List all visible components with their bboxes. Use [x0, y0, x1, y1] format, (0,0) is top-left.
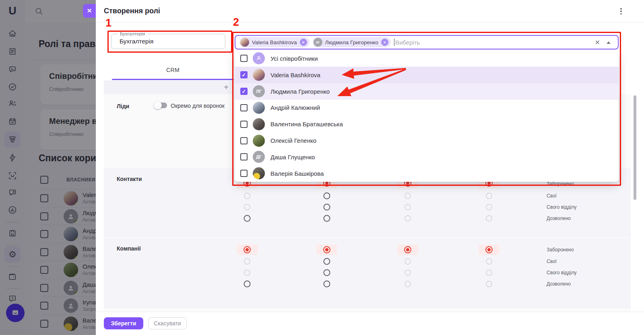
members-multiselect[interactable]: Valeria Bashkirova ✕ лг Людмила Григорен… — [235, 35, 619, 49]
chip-remove-icon[interactable]: ✕ — [300, 39, 307, 46]
annotation-number-1: 1 — [105, 17, 111, 29]
selected-member-chip[interactable]: Valeria Bashkirova ✕ — [239, 37, 310, 47]
collapse-caret-icon[interactable] — [607, 41, 611, 44]
annotation-number-2: 2 — [233, 16, 239, 29]
role-name-value: Бухгалтерія — [120, 38, 153, 45]
dropdown-option[interactable]: Валентина Браташевська — [235, 116, 619, 132]
radio-own[interactable] — [244, 193, 250, 199]
select-placeholder: Виберіть — [395, 39, 420, 46]
radio-allowed[interactable] — [486, 215, 492, 222]
radio-allowed[interactable] — [324, 215, 330, 222]
perm-label-forbidden: Заборонено — [547, 181, 574, 187]
add-funnel-button[interactable]: + — [224, 83, 229, 92]
avatar: лг — [314, 38, 322, 47]
dropdown-option[interactable]: Андрій Калюжний — [235, 100, 619, 116]
dropdown-option[interactable]: ДГ Даша Глущенко — [235, 149, 619, 165]
option-label: Людмила Григоренко — [270, 88, 330, 95]
group-avatar-icon — [253, 52, 265, 64]
radio-department[interactable] — [324, 269, 330, 276]
active-tab-indicator — [112, 79, 234, 80]
option-checkbox[interactable] — [240, 137, 248, 144]
modal-header: Створення ролі — [96, 0, 644, 23]
radio-own[interactable] — [244, 258, 250, 265]
role-name-label: Бухгалтерія — [118, 31, 147, 36]
radio-department[interactable] — [324, 204, 330, 211]
dropdown-option[interactable]: Олексій Гепенко — [235, 132, 619, 149]
radio-department[interactable] — [244, 269, 250, 276]
radio-forbidden[interactable] — [244, 246, 251, 253]
radio-department[interactable] — [486, 204, 492, 210]
perm-label-own: Свої — [547, 193, 557, 199]
option-label: Валерія Башкірова — [270, 170, 324, 177]
section-label-leads: Ліди — [117, 103, 129, 109]
radio-forbidden[interactable] — [485, 246, 493, 253]
section-spacer — [104, 308, 631, 312]
funnels-toggle-label: Окремо для воронок — [171, 103, 225, 109]
modal-close-button[interactable]: ✕ — [83, 4, 96, 18]
initials-avatar: ЛГ — [253, 85, 265, 97]
dropdown-option[interactable]: Валерія Башкірова — [235, 165, 619, 182]
dropdown-option-selected[interactable]: ✓ Valeria Bashkirova — [235, 67, 619, 83]
perm-label-department: Свого відділу — [547, 270, 576, 275]
tab-crm[interactable]: CRM — [112, 67, 234, 73]
chip-remove-icon[interactable]: ✕ — [381, 39, 388, 46]
save-button[interactable]: Зберегти — [104, 317, 143, 329]
avatar — [253, 69, 265, 81]
selected-member-chip[interactable]: лг Людмила Григоренко ✕ — [313, 37, 391, 47]
radio-allowed[interactable] — [405, 281, 411, 287]
dropdown-option-selected[interactable]: ✓ ЛГ Людмила Григоренко — [235, 83, 619, 100]
option-label: Андрій Калюжний — [270, 104, 320, 111]
radio-allowed[interactable] — [244, 281, 251, 288]
toggle-knob — [154, 101, 162, 109]
perm-label-allowed: Дозволено — [547, 281, 571, 287]
option-checkbox[interactable] — [240, 153, 248, 160]
text-cursor — [394, 39, 394, 46]
option-checkbox[interactable] — [240, 104, 248, 111]
perm-label-own: Свої — [547, 259, 557, 264]
role-name-field[interactable]: Бухгалтерія Бухгалтерія — [111, 34, 225, 49]
radio-allowed[interactable] — [486, 281, 492, 287]
radio-own[interactable] — [324, 193, 330, 199]
option-checkbox[interactable] — [240, 55, 248, 62]
option-checkbox-checked[interactable]: ✓ — [240, 88, 248, 95]
radio-department[interactable] — [244, 204, 250, 210]
radio-own[interactable] — [405, 193, 411, 199]
create-role-modal: Створення ролі Бухгалтерія Бухгалтерія C… — [96, 0, 644, 335]
radio-forbidden[interactable] — [323, 246, 330, 253]
app-root: U ⚙ ? Ролі та права — [0, 0, 644, 335]
chip-label: Valeria Bashkirova — [252, 39, 297, 45]
radio-department[interactable] — [405, 269, 411, 276]
radio-forbidden[interactable] — [404, 246, 411, 253]
option-label: Даша Глущенко — [270, 154, 315, 160]
radio-own[interactable] — [405, 258, 411, 265]
modal-title: Створення ролі — [104, 7, 160, 15]
radio-own[interactable] — [486, 193, 492, 199]
option-label: Valeria Bashkirova — [270, 72, 320, 78]
option-checkbox[interactable] — [240, 170, 248, 177]
radio-allowed[interactable] — [244, 215, 251, 222]
kebab-menu-icon[interactable] — [617, 8, 625, 15]
avatar — [253, 135, 265, 147]
chip-label: Людмила Григоренко — [325, 39, 378, 45]
radio-allowed[interactable] — [405, 215, 411, 222]
option-checkbox[interactable] — [240, 121, 248, 128]
cancel-button[interactable]: Скасувати — [148, 317, 187, 329]
funnel-tab-strip — [104, 80, 234, 94]
radio-department[interactable] — [486, 269, 492, 276]
perm-label-allowed: Дозволено — [547, 216, 571, 221]
avatar — [253, 102, 265, 114]
perm-label-forbidden: Заборонено — [547, 247, 574, 253]
initials-avatar: ДГ — [253, 151, 265, 163]
option-checkbox-checked[interactable]: ✓ — [240, 71, 248, 78]
radio-allowed[interactable] — [324, 281, 330, 288]
clear-selection-icon[interactable]: ✕ — [595, 39, 600, 46]
section-label-contacts: Контакти — [117, 176, 142, 182]
radio-own[interactable] — [324, 258, 330, 265]
radio-own[interactable] — [486, 258, 492, 265]
avatar — [253, 118, 265, 130]
funnels-toggle[interactable] — [155, 103, 167, 108]
modal-scrollbar[interactable] — [634, 95, 636, 200]
dropdown-option-all[interactable]: Усі співробітники — [235, 50, 619, 67]
avatar — [240, 38, 249, 47]
radio-department[interactable] — [405, 204, 411, 210]
